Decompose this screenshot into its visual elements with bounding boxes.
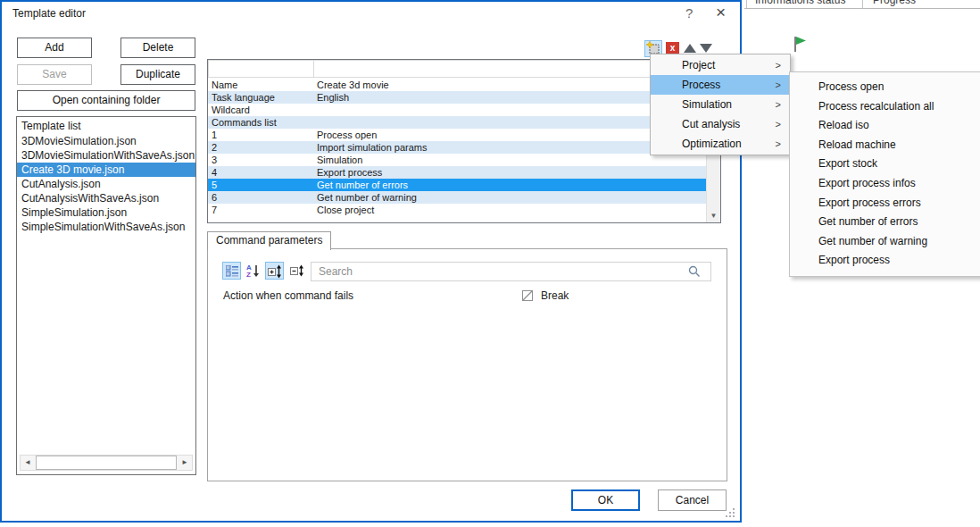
commands-table: Name Create 3d movie Task language Engli… <box>207 59 721 223</box>
template-list: Template list 3DMovieSimulation.json3DMo… <box>16 116 196 475</box>
property-label: Action when command fails <box>223 289 353 302</box>
table-body: Name Create 3d movie Task language Engli… <box>208 79 707 222</box>
table-header-row <box>208 60 720 78</box>
scrollbar-thumb[interactable] <box>36 456 177 470</box>
tab-command-parameters[interactable]: Command parameters <box>207 231 331 250</box>
help-icon[interactable]: ? <box>685 5 693 21</box>
scroll-down-icon[interactable]: ▼ <box>707 209 720 222</box>
save-button[interactable]: Save <box>17 64 92 85</box>
ok-button[interactable]: OK <box>571 489 640 511</box>
resize-grip[interactable] <box>725 506 735 516</box>
column-divider <box>746 0 747 8</box>
expand-all-icon[interactable] <box>265 262 284 280</box>
categorized-view-icon[interactable] <box>222 262 241 280</box>
submenu-arrow-icon: > <box>776 114 781 134</box>
list-item[interactable]: 3DMovieSimulationWithSaveAs.json <box>17 148 195 163</box>
dialog-title: Template editor <box>12 7 86 20</box>
menu-item[interactable]: Get number of warning <box>790 232 980 252</box>
template-list-header: Template list <box>17 117 195 134</box>
menu-item[interactable]: Export process infos <box>790 174 980 194</box>
menu-item[interactable]: Reload iso <box>790 116 980 136</box>
submenu-arrow-icon: > <box>776 75 781 95</box>
property-row[interactable]: Action when command fails Break <box>208 287 727 305</box>
table-row[interactable]: 2 Import simulation params <box>208 141 707 154</box>
menu-item[interactable]: Export process <box>790 251 980 271</box>
submenu-arrow-icon: > <box>776 55 781 75</box>
menu-item[interactable]: Reload machine <box>790 136 980 155</box>
command-category-menu: Project > Process > Simulation > Cut ana… <box>650 54 791 155</box>
search-input[interactable] <box>311 262 711 281</box>
submenu-arrow-icon: > <box>776 134 781 154</box>
menu-item[interactable]: Process recalculation all <box>790 97 980 117</box>
delete-command-button[interactable]: x <box>666 42 679 54</box>
table-row[interactable]: 6 Get number of warning <box>208 191 707 204</box>
menu-item[interactable]: Process > <box>651 75 790 95</box>
svg-text:Z: Z <box>246 271 251 278</box>
table-row[interactable]: Commands list <box>208 116 707 129</box>
menu-item[interactable]: Project > <box>651 55 790 75</box>
menu-item[interactable]: Export stock <box>790 155 980 174</box>
table-row[interactable]: 3 Simulation <box>208 154 707 166</box>
move-up-button[interactable] <box>684 44 696 53</box>
process-submenu: Process openProcess recalculation allRel… <box>789 71 980 277</box>
list-item[interactable]: CutAnalysisWithSaveAs.json <box>17 191 195 205</box>
cancel-button[interactable]: Cancel <box>658 489 727 511</box>
list-item[interactable]: Create 3D movie.json <box>17 163 195 177</box>
table-row[interactable]: Task language English <box>208 91 707 104</box>
horizontal-scrollbar[interactable]: ◄ ► <box>20 455 193 471</box>
property-value: Break <box>541 289 569 302</box>
add-button[interactable]: Add <box>17 38 92 58</box>
table-row[interactable]: 1 Process open <box>208 129 707 141</box>
menu-item[interactable]: Get number of errors <box>790 213 980 232</box>
background-column-header: Informations status Progress <box>744 0 980 9</box>
template-editor-dialog: Template editor ? × Add Delete Save Dupl… <box>0 0 742 523</box>
move-down-button[interactable] <box>700 44 712 53</box>
menu-item[interactable]: Cut analysis > <box>651 114 790 134</box>
menu-item[interactable]: Optimization > <box>651 134 790 154</box>
duplicate-button[interactable]: Duplicate <box>120 64 195 85</box>
background-col-progress: Progress <box>873 0 916 6</box>
table-row[interactable]: 7 Close project <box>208 204 707 216</box>
list-item[interactable]: 3DMovieSimulation.json <box>17 134 195 148</box>
list-item[interactable]: SimpleSimulation.json <box>17 205 195 220</box>
list-item[interactable]: SimpleSimulationWithSaveAs.json <box>17 220 195 234</box>
open-containing-folder-button[interactable]: Open containing folder <box>17 90 195 111</box>
sort-alphabetical-icon[interactable]: A Z <box>244 262 262 280</box>
table-row[interactable]: Name Create 3d movie <box>208 79 707 91</box>
table-row[interactable]: 4 Export process <box>208 166 707 179</box>
search-icon <box>688 265 701 278</box>
menu-item[interactable]: Simulation > <box>651 95 790 114</box>
menu-item[interactable]: Process open <box>790 78 980 97</box>
column-divider <box>862 0 863 8</box>
close-icon[interactable]: × <box>716 3 726 22</box>
scroll-right-icon[interactable]: ► <box>178 456 192 470</box>
scroll-left-icon[interactable]: ◄ <box>21 456 35 470</box>
background-col-informations-status: Informations status <box>755 0 845 6</box>
list-item[interactable]: CutAnalysis.json <box>17 177 195 191</box>
submenu-arrow-icon: > <box>776 95 781 114</box>
table-row[interactable]: Wildcard <box>208 104 707 116</box>
menu-item[interactable]: Export process errors <box>790 194 980 213</box>
collapse-all-icon[interactable] <box>287 262 306 280</box>
table-row[interactable]: 5 Get number of errors <box>208 179 707 191</box>
table-header-key[interactable] <box>208 60 313 78</box>
command-parameters-panel: A Z <box>207 248 727 481</box>
green-flag-icon <box>793 36 809 53</box>
break-checkbox-icon[interactable] <box>522 290 533 301</box>
template-list-items: 3DMovieSimulation.json3DMovieSimulationW… <box>17 134 195 234</box>
delete-button[interactable]: Delete <box>120 38 195 58</box>
